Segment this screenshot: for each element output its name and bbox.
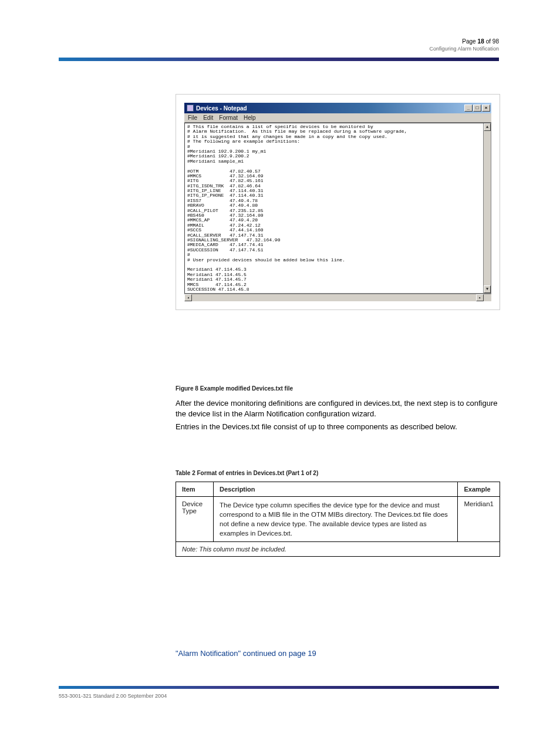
table-title: Table 2 Format of entries in Devices.txt…	[176, 470, 318, 476]
page-footer: 553-3001-321 Standard 2.00 September 200…	[59, 693, 167, 699]
cell-item: Device Type	[176, 497, 214, 542]
notepad-window: Devices - Notepad _ □ × File Edit Format…	[184, 103, 491, 301]
notepad-titlebar: Devices - Notepad _ □ ×	[184, 103, 491, 113]
figure-screenshot: Devices - Notepad _ □ × File Edit Format…	[176, 94, 500, 310]
format-table: Item Description Example Device Type The…	[176, 482, 500, 557]
top-accent-bar	[59, 58, 499, 61]
minimize-button[interactable]: _	[464, 105, 473, 112]
scroll-left-icon[interactable]: ◂	[184, 294, 192, 301]
body-paragraph-1: After the device monitoring definitions …	[176, 398, 500, 419]
col-item: Item	[176, 482, 214, 497]
menu-edit[interactable]: Edit	[203, 115, 213, 121]
notepad-textarea[interactable]: # This file contains a list of specific …	[185, 123, 483, 293]
continued-link[interactable]: "Alarm Notification" continued on page 1…	[176, 649, 316, 658]
cell-example: Meridian1	[458, 497, 500, 542]
cell-note: Note: This column must be included.	[176, 542, 500, 557]
close-button[interactable]: ×	[482, 105, 490, 112]
page-header: Page 18 of 98 Configuring Alarm Notifica…	[429, 38, 499, 52]
body-paragraph-2: Entries in the Devices.txt file consist …	[176, 422, 500, 432]
scroll-down-icon[interactable]: ▼	[484, 285, 491, 293]
running-header: Configuring Alarm Notification	[429, 46, 499, 52]
vertical-scrollbar[interactable]: ▲ ▼	[483, 123, 491, 293]
notepad-icon	[187, 105, 194, 112]
window-title: Devices - Notepad	[196, 105, 464, 112]
bottom-accent-bar	[59, 686, 499, 689]
table-row: Device Type The Device type column speci…	[176, 497, 500, 542]
menu-file[interactable]: File	[188, 115, 197, 121]
figure-caption: Figure 8 Example modified Devices.txt fi…	[176, 385, 293, 392]
menu-help[interactable]: Help	[244, 115, 256, 121]
horizontal-scrollbar[interactable]: ◂ ▸	[184, 294, 491, 301]
notepad-menubar: File Edit Format Help	[184, 113, 491, 123]
col-example: Example	[458, 482, 500, 497]
page-number-prefix: Page 18 of 98	[429, 38, 499, 45]
col-description: Description	[214, 482, 458, 497]
table-note-row: Note: This column must be included.	[176, 542, 500, 557]
maximize-button[interactable]: □	[473, 105, 481, 112]
table-header-row: Item Description Example	[176, 482, 500, 497]
menu-format[interactable]: Format	[219, 115, 238, 121]
scroll-up-icon[interactable]: ▲	[484, 123, 491, 131]
resize-grip-icon	[484, 294, 491, 301]
cell-description: The Device type column specifies the dev…	[214, 497, 458, 542]
scroll-right-icon[interactable]: ▸	[476, 294, 484, 301]
